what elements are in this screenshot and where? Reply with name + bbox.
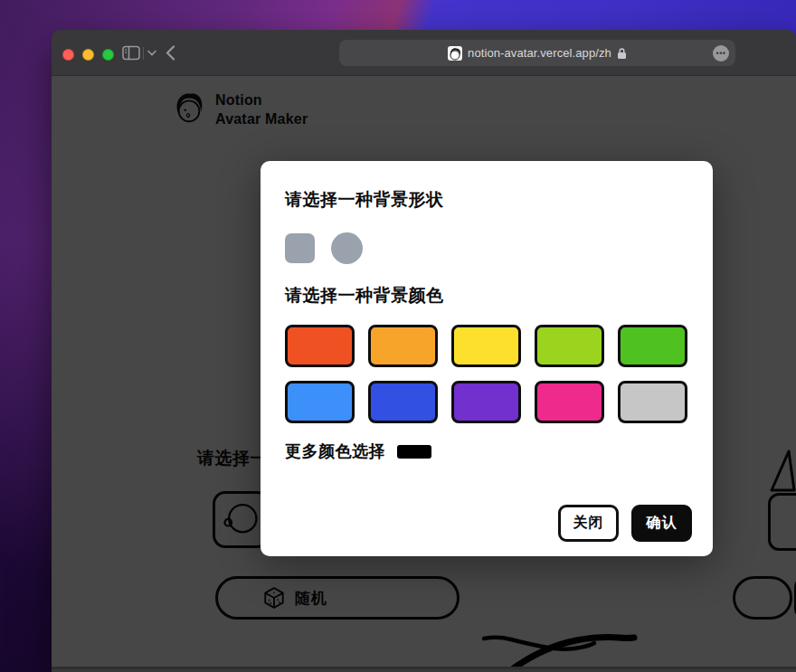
color-swatch[interactable] <box>368 325 438 367</box>
address-bar[interactable]: notion-avatar.vercel.app/zh ••• <box>339 40 735 66</box>
color-section-title: 请选择一种背景颜色 <box>285 284 444 308</box>
close-window-button[interactable] <box>62 49 74 61</box>
color-swatch[interactable] <box>451 325 521 367</box>
color-swatch[interactable] <box>285 325 355 367</box>
close-button[interactable]: 关闭 <box>558 505 619 542</box>
color-swatch[interactable] <box>285 381 355 423</box>
browser-titlebar: notion-avatar.vercel.app/zh ••• <box>52 30 796 76</box>
chevron-down-icon[interactable] <box>147 50 156 56</box>
confirm-button[interactable]: 确认 <box>631 505 692 542</box>
desktop: notion-avatar.vercel.app/zh ••• <box>0 0 796 672</box>
zoom-window-button[interactable] <box>102 49 114 61</box>
color-swatch[interactable] <box>618 381 687 423</box>
color-swatch[interactable] <box>368 381 438 423</box>
custom-color-picker[interactable] <box>397 445 431 459</box>
toolbar-divider <box>143 47 144 60</box>
shape-option-square[interactable] <box>285 233 315 263</box>
lock-icon <box>617 47 627 60</box>
dialog-actions: 关闭 确认 <box>558 505 692 542</box>
background-picker-dialog: 请选择一种背景形状 请选择一种背景颜色 更多颜色选择 关闭 确认 <box>261 161 713 556</box>
more-colors-label: 更多颜色选择 <box>285 440 385 462</box>
site-favicon <box>448 46 462 61</box>
shape-option-circle[interactable] <box>331 232 363 264</box>
minimize-window-button[interactable] <box>82 49 94 61</box>
color-swatch[interactable] <box>618 325 687 367</box>
sidebar-toggle-icon[interactable] <box>122 45 140 61</box>
shape-section-title: 请选择一种背景形状 <box>285 188 444 212</box>
color-swatch[interactable] <box>535 325 604 367</box>
color-swatch[interactable] <box>535 381 604 423</box>
page-settings-icon[interactable]: ••• <box>713 45 729 62</box>
more-colors-row: 更多颜色选择 <box>285 440 431 462</box>
color-swatches <box>285 325 687 423</box>
url-text: notion-avatar.vercel.app/zh <box>468 46 611 60</box>
back-button-icon[interactable] <box>166 45 175 61</box>
color-swatch[interactable] <box>451 381 521 423</box>
